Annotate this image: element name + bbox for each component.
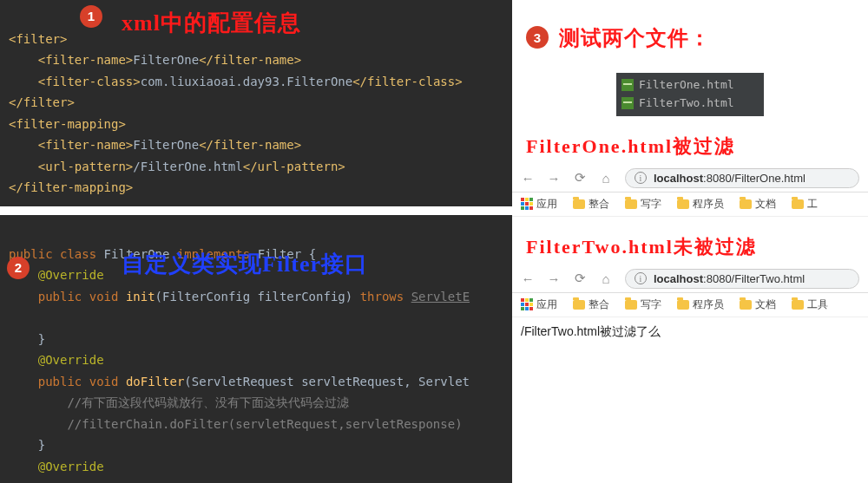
xml-config-code: <filter> <filter-name>FilterOne</filter-… (0, 0, 512, 206)
bookmarks-bar: 应用 整合 写字 程序员 文档 工具 (512, 293, 868, 317)
xml-line: <filter> (9, 32, 67, 46)
url-bar[interactable]: i localhost:8080/FilterTwo.html (625, 269, 859, 289)
apps-button[interactable]: 应用 (521, 197, 557, 212)
bookmark-folder[interactable]: 写字 (625, 297, 661, 312)
section-heading-2: FilterTwo.html未被过滤 (526, 234, 868, 260)
info-icon: i (635, 172, 647, 184)
forward-icon[interactable]: → (547, 171, 561, 186)
folder-icon (740, 199, 752, 209)
forward-icon[interactable]: → (547, 271, 561, 286)
info-icon: i (635, 272, 647, 284)
badge-1: 1 (80, 5, 102, 28)
file-name: FilterTwo.html (639, 95, 734, 113)
section-heading-1: FilterOne.html被过滤 (526, 134, 868, 160)
bookmark-folder[interactable]: 写字 (625, 197, 661, 212)
page-text: /FilterTwo.html被过滤了么 (521, 324, 661, 338)
xml-line: <filter-mapping> (9, 117, 126, 131)
java-code: public class FilterOne implements Filter… (0, 215, 512, 483)
xml-line: </filter> (9, 95, 75, 109)
home-icon[interactable]: ⌂ (599, 271, 613, 286)
xml-line: <filter-name> (38, 53, 134, 67)
xml-line: <url-pattern> (38, 160, 134, 173)
folder-icon (677, 300, 689, 310)
file-item[interactable]: FilterTwo.html (621, 95, 759, 113)
bookmark-folder[interactable]: 工 (792, 197, 818, 212)
left-column: <filter> <filter-name>FilterOne</filter-… (0, 0, 512, 483)
page-content: /FilterTwo.html被过滤了么 (512, 317, 868, 347)
overlay-xml-title: xml中的配置信息 (122, 3, 301, 43)
reload-icon[interactable]: ⟳ (573, 271, 587, 286)
xml-line: <filter-name> (38, 138, 134, 152)
apps-button[interactable]: 应用 (521, 297, 557, 312)
bookmark-folder[interactable]: 整合 (573, 197, 609, 212)
gap (0, 206, 512, 215)
right-title-row: 3 测试两个文件： (512, 19, 868, 66)
url-bar[interactable]: i localhost:8080/FilterOne.html (625, 168, 859, 188)
xml-line: <filter-class> (38, 75, 141, 88)
apps-icon (521, 298, 533, 310)
bookmark-folder[interactable]: 整合 (573, 297, 609, 312)
right-column: 3 测试两个文件： FilterOne.html FilterTwo.html … (512, 0, 868, 347)
badge-3: 3 (526, 26, 549, 49)
browser-nav-bar: ← → ⟳ ⌂ i localhost:8080/FilterOne.html (512, 165, 868, 193)
bookmark-folder[interactable]: 程序员 (677, 297, 724, 312)
folder-icon (573, 199, 585, 209)
file-item[interactable]: FilterOne.html (621, 76, 759, 95)
apps-icon (521, 198, 533, 210)
html-file-icon (621, 79, 634, 91)
xml-line: </filter-mapping> (9, 180, 133, 194)
file-name: FilterOne.html (639, 76, 734, 95)
badge-2: 2 (7, 257, 30, 279)
bookmarks-bar: 应用 整合 写字 程序员 文档 工 (512, 193, 868, 217)
folder-icon (792, 199, 804, 209)
back-icon[interactable]: ← (521, 271, 535, 286)
bookmark-folder[interactable]: 工具 (792, 297, 828, 312)
file-list: FilterOne.html FilterTwo.html (616, 73, 764, 116)
bookmark-folder[interactable]: 程序员 (677, 197, 724, 212)
folder-icon (625, 199, 637, 209)
folder-icon (792, 300, 804, 310)
bookmark-folder[interactable]: 文档 (740, 197, 776, 212)
overlay-right-title: 测试两个文件： (559, 24, 711, 52)
back-icon[interactable]: ← (521, 171, 535, 186)
folder-icon (573, 300, 585, 310)
folder-icon (625, 300, 637, 310)
folder-icon (677, 199, 689, 209)
html-file-icon (621, 97, 634, 109)
reload-icon[interactable]: ⟳ (573, 170, 587, 186)
overlay-java-title: 自定义类实现Filter接口 (122, 245, 368, 284)
home-icon[interactable]: ⌂ (599, 171, 613, 186)
browser-nav-bar: ← → ⟳ ⌂ i localhost:8080/FilterTwo.html (512, 265, 868, 293)
bookmark-folder[interactable]: 文档 (740, 297, 776, 312)
folder-icon (740, 300, 752, 310)
